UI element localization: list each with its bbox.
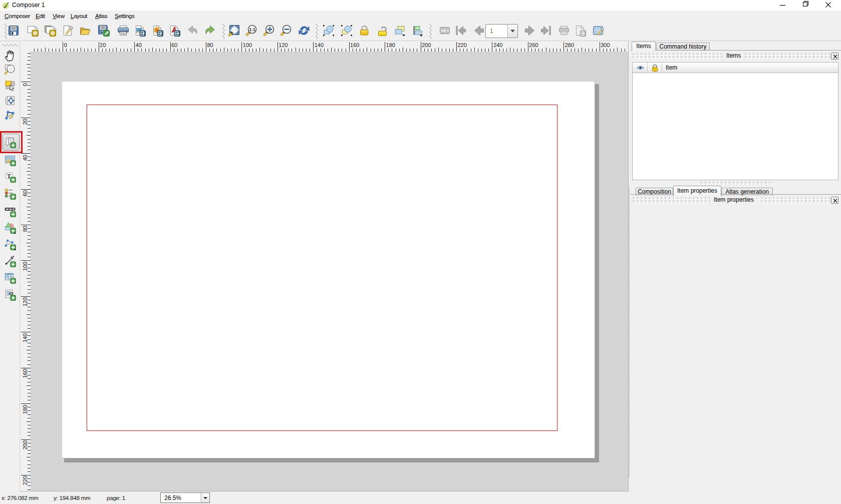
- svg-text:1:1: 1:1: [249, 27, 255, 32]
